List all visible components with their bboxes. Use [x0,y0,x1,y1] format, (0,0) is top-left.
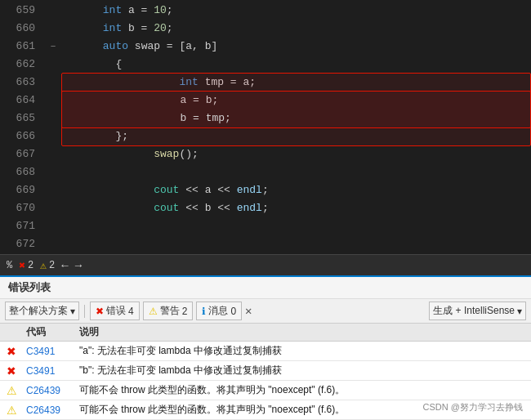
zoom-percent: % [7,260,12,271]
error-row-1-desc: "b": 无法在非可变 lambda 中修改通过复制捕获 [76,364,531,378]
info-filter-count: 0 [230,306,236,317]
line-num-660: 660 [0,20,45,38]
line-num-668: 668 [0,163,45,181]
nav-forward-arrow[interactable]: → [75,259,82,272]
warning-status-count: 2 [49,260,55,271]
gutter-661: − [45,38,61,56]
warning-filter-label: 警告 [160,304,180,318]
line-num-665: 665 [0,109,45,127]
error-badge[interactable]: ✖ 2 [19,259,33,272]
line-num-666: 666 [0,127,45,145]
code-line-672: 672 [0,235,531,253]
error-filter-count: 4 [128,306,134,317]
code-line-667: 667 swap(); [0,145,531,163]
line-num-667: 667 [0,145,45,163]
header-desc-col: 说明 [76,325,531,339]
line-num-671: 671 [0,217,45,235]
toolbar-separator-1 [84,305,85,318]
info-filter-label: 消息 [208,304,228,318]
error-row-3-icon: ⚠ [0,404,23,417]
error-row-2-icon: ⚠ [0,384,23,397]
build-label: 生成 + IntelliSense [433,304,515,318]
scope-label: 整个解决方案 [9,304,68,318]
error-panel: 错误列表 整个解决方案 ▾ ✖ 错误 4 ⚠ 警告 2 ℹ 消息 0 ✕ 生成 … [0,275,531,420]
warning-filter-count: 2 [182,306,188,317]
warning-filter-btn[interactable]: ⚠ 警告 2 [143,302,194,320]
error-row-2-code[interactable]: C26439 [23,385,76,396]
status-bar: % ✖ 2 ⚠ 2 ← → [0,254,531,275]
line-num-663: 663 [0,74,45,92]
code-line-670: 670 cout << b << endl; [0,199,531,217]
nav-back-arrow[interactable]: ← [61,259,68,272]
scope-chevron-icon: ▾ [70,306,75,317]
header-icon-col [0,325,23,339]
error-row-1-icon: ✖ [0,364,23,378]
error-filter-icon: ✖ [96,306,104,317]
error-row-0-icon: ✖ [0,345,23,358]
error-row-3-code[interactable]: C26439 [23,404,76,416]
warning-status-icon: ⚠ [40,259,47,272]
error-row-1-code[interactable]: C3491 [23,365,76,377]
line-num-670: 670 [0,199,45,217]
error-status-icon: ✖ [19,259,25,272]
code-line-661: 661 − auto swap = [a, b] [0,38,531,56]
line-num-672: 672 [0,235,45,253]
error-row-2-desc: 可能不会 throw 此类型的函数。将其声明为 "noexcept" (f.6)… [76,383,531,397]
line-num-664: 664 [0,92,45,109]
info-filter-btn[interactable]: ℹ 消息 0 [196,302,242,320]
error-filter-label: 错误 [106,304,126,318]
header-code-col: 代码 [23,325,76,339]
error-icon-0: ✖ [7,345,16,358]
panel-toolbar: 整个解决方案 ▾ ✖ 错误 4 ⚠ 警告 2 ℹ 消息 0 ✕ 生成 + Int… [0,299,531,324]
filter-icon[interactable]: ✕ [245,304,252,318]
error-filter-btn[interactable]: ✖ 错误 4 [90,302,140,320]
info-filter-icon: ℹ [202,306,206,317]
error-icon-1: ✖ [7,364,16,378]
warning-icon-2: ⚠ [7,384,17,397]
error-status-count: 2 [28,260,33,271]
warning-badge[interactable]: ⚠ 2 [40,259,55,272]
warning-filter-icon: ⚠ [149,306,158,317]
code-editor: 659 int a = 10; 660 int b = 20; 661 − au… [0,0,531,254]
code-line-665: 665 b = tmp; [0,109,531,127]
error-row-1[interactable]: ✖ C3491 "b": 无法在非可变 lambda 中修改通过复制捕获 [0,361,531,381]
error-row-0-code[interactable]: C3491 [23,346,76,357]
error-row-2[interactable]: ⚠ C26439 可能不会 throw 此类型的函数。将其声明为 "noexce… [0,381,531,400]
line-num-661: 661 [0,38,45,56]
error-table-header: 代码 说明 [0,324,531,342]
build-dropdown[interactable]: 生成 + IntelliSense ▾ [429,302,526,320]
line-num-662: 662 [0,56,45,74]
warning-icon-3: ⚠ [7,404,17,417]
line-num-669: 669 [0,181,45,199]
scope-dropdown[interactable]: 整个解决方案 ▾ [5,302,79,320]
code-line-671: 671 [0,217,531,235]
line-num-659: 659 [0,2,45,20]
build-chevron-icon: ▾ [517,306,522,317]
error-row-0[interactable]: ✖ C3491 "a": 无法在非可变 lambda 中修改通过复制捕获 [0,342,531,361]
panel-title: 错误列表 [0,277,531,299]
watermark: CSDN @努力学习去挣钱 [423,401,523,413]
error-row-0-desc: "a": 无法在非可变 lambda 中修改通过复制捕获 [76,344,531,358]
